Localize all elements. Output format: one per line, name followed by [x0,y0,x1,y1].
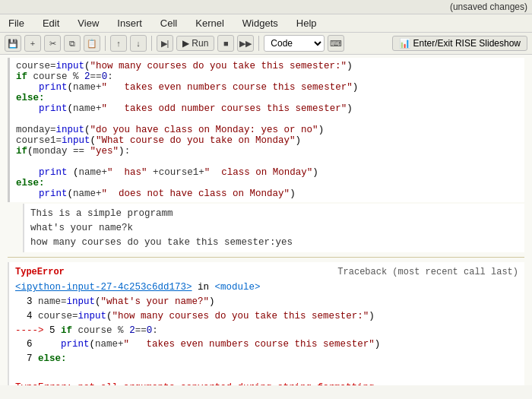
menu-insert[interactable]: Insert [115,17,144,30]
output-text: This is a simple programm what's your na… [30,207,518,249]
run-icon: ▶ [182,38,189,49]
rise-button[interactable]: 📊 Enter/Exit RISE Slideshow [392,36,527,51]
step-icon[interactable]: ▶| [157,35,173,52]
menu-view[interactable]: View [75,17,101,30]
code-content: course=input("how many courses do you ta… [16,61,518,199]
error-area: TypeError Traceback (most recent call la… [8,262,524,385]
menu-widgets[interactable]: Widgets [240,17,280,30]
chart-icon: 📊 [399,38,410,49]
traceback-content: <ipython-input-27-4c253c6dd173> in <modu… [15,280,518,385]
notebook: course=input("how many courses do you ta… [0,55,532,385]
sep2 [151,36,152,51]
restart-icon[interactable]: ▶▶ [237,35,254,52]
menu-kernel[interactable]: Kernel [193,17,226,30]
unsaved-changes-text: (unsaved changes) [450,2,527,12]
menu-file[interactable]: File [6,17,27,30]
add-cell-icon[interactable]: + [24,35,41,52]
code-cell[interactable]: course=input("how many courses do you ta… [8,58,524,202]
run-button[interactable]: ▶ Run [176,36,214,51]
module-ref: <module> [215,282,261,293]
interrupt-icon[interactable]: ■ [217,35,234,52]
menu-edit[interactable]: Edit [40,17,62,30]
cut-icon[interactable]: ✂ [44,35,61,52]
divider [8,257,524,258]
sep3 [258,36,259,51]
copy-icon[interactable]: ⧉ [64,35,81,52]
traceback-label: Traceback (most recent call last) [337,267,518,277]
paste-icon[interactable]: 📋 [84,35,100,52]
move-up-icon[interactable]: ↑ [110,35,127,52]
menu-cell[interactable]: Cell [158,17,179,30]
file-ref: <ipython-input-27-4c253c6dd173> [15,282,192,293]
top-bar: (unsaved changes) [0,0,532,14]
sep1 [105,36,106,51]
menu-bar: File Edit View Insert Cell Kernel Widget… [0,14,532,33]
keyboard-icon[interactable]: ⌨ [328,35,344,52]
error-header-row: TypeError Traceback (most recent call la… [15,267,518,277]
output-area: This is a simple programm what's your na… [23,204,524,252]
save-icon[interactable]: 💾 [5,35,21,52]
menu-help[interactable]: Help [294,17,319,30]
rise-label: Enter/Exit RISE Slideshow [413,38,521,49]
move-down-icon[interactable]: ↓ [130,35,147,52]
error-type: TypeError [15,267,65,277]
toolbar: 💾 + ✂ ⧉ 📋 ↑ ↓ ▶| ▶ Run ■ ▶▶ Code Markdow… [0,33,532,55]
error-message: TypeError: not all arguments converted d… [15,382,375,386]
cell-type-select[interactable]: Code Markdown Raw NBConvert Heading [264,35,325,52]
